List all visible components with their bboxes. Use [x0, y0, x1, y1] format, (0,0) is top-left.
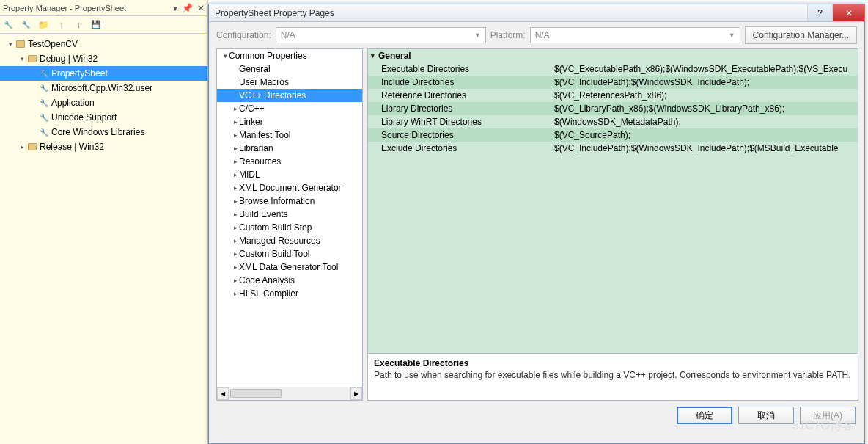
- tree-item-label: General: [239, 64, 271, 74]
- grid-section-header[interactable]: ▾ General: [368, 49, 858, 62]
- dialog-titlebar[interactable]: PropertySheet Property Pages ? ✕: [209, 4, 864, 22]
- category-tree-item[interactable]: ▸Librarian: [217, 142, 362, 155]
- category-tree-item[interactable]: ▸Custom Build Step: [217, 221, 362, 234]
- apply-button[interactable]: 应用(A): [800, 407, 856, 424]
- tree-item-label: TestOpenCV: [28, 39, 78, 49]
- scroll-right-icon[interactable]: ▶: [350, 387, 362, 400]
- category-tree-item[interactable]: User Macros: [217, 76, 362, 89]
- dialog-buttons: 确定 取消 应用(A): [209, 401, 864, 430]
- pm-title: Property Manager - PropertySheet: [3, 4, 173, 12]
- category-tree-item[interactable]: VC++ Directories: [217, 89, 362, 102]
- configuration-manager-button[interactable]: Configuration Manager...: [745, 26, 857, 44]
- expand-arrow-icon[interactable]: ▸: [18, 143, 26, 150]
- category-tree-item[interactable]: General: [217, 62, 362, 76]
- save-icon[interactable]: [91, 20, 101, 30]
- property-row[interactable]: Library Directories$(VC_LibraryPath_x86)…: [368, 102, 858, 115]
- wrench-icon: [38, 70, 50, 78]
- category-tree-item[interactable]: ▸Browse Information: [217, 194, 362, 208]
- pm-tree-item[interactable]: ▾Debug | Win32: [0, 51, 207, 66]
- tree-item-label: Release | Win32: [40, 142, 104, 152]
- ok-button[interactable]: 确定: [677, 407, 732, 424]
- pm-tree-item[interactable]: Application: [0, 95, 207, 110]
- expand-arrow-icon[interactable]: ▸: [232, 211, 239, 218]
- dropdown-icon[interactable]: ▾: [173, 3, 177, 13]
- category-tree-item[interactable]: ▸Linker: [217, 115, 362, 128]
- tree-item-label: User Macros: [239, 77, 289, 87]
- property-value[interactable]: $(VC_LibraryPath_x86);$(WindowsSDK_Libra…: [551, 102, 858, 115]
- pm-tree-item[interactable]: ▾TestOpenCV: [0, 37, 207, 51]
- description-text: Path to use when searching for executabl…: [374, 370, 852, 382]
- expand-arrow-icon[interactable]: ▾: [18, 55, 26, 62]
- expand-arrow-icon[interactable]: ▾: [221, 52, 229, 59]
- property-value[interactable]: $(WindowsSDK_MetadataPath);: [551, 115, 858, 128]
- property-row[interactable]: Source Directories$(VC_SourcePath);: [368, 128, 858, 142]
- expand-arrow-icon[interactable]: ▸: [232, 250, 239, 258]
- config-row: Configuration: N/A ▼ Platform: N/A ▼ Con…: [209, 22, 864, 48]
- expand-arrow-icon[interactable]: ▸: [232, 263, 239, 271]
- expand-arrow-icon[interactable]: ▸: [232, 158, 239, 165]
- property-name: Executable Directories: [368, 62, 551, 76]
- category-tree-item[interactable]: ▸C/C++: [217, 102, 362, 115]
- move-up-icon[interactable]: [56, 20, 66, 30]
- folder-icon: [26, 143, 38, 150]
- expand-arrow-icon[interactable]: ▸: [232, 237, 239, 244]
- wrench-icon[interactable]: [3, 20, 13, 30]
- expand-arrow-icon[interactable]: ▸: [232, 290, 239, 297]
- property-value[interactable]: $(VC_IncludePath);$(WindowsSDK_IncludePa…: [551, 76, 858, 89]
- category-tree-item[interactable]: ▸Manifest Tool: [217, 128, 362, 142]
- folder-icon: [15, 40, 26, 48]
- category-tree-item[interactable]: ▸Custom Build Tool: [217, 247, 362, 261]
- category-tree-item[interactable]: ▸XML Data Generator Tool: [217, 261, 362, 274]
- expand-arrow-icon[interactable]: ▸: [232, 145, 239, 152]
- platform-combo[interactable]: N/A ▼: [530, 27, 740, 43]
- pm-tree-item[interactable]: Core Windows Libraries: [0, 125, 207, 139]
- configuration-combo[interactable]: N/A ▼: [276, 27, 486, 43]
- property-row[interactable]: Reference Directories$(VC_ReferencesPath…: [368, 89, 858, 102]
- pm-tree-item[interactable]: Microsoft.Cpp.Win32.user: [0, 81, 207, 95]
- expand-arrow-icon[interactable]: ▸: [232, 131, 239, 139]
- category-tree-item[interactable]: ▸Build Events: [217, 208, 362, 221]
- category-tree-item[interactable]: ▸XML Document Generator: [217, 181, 362, 194]
- category-tree-item[interactable]: ▸Code Analysis: [217, 274, 362, 287]
- expand-arrow-icon[interactable]: ▸: [232, 105, 239, 112]
- property-value[interactable]: $(VC_ReferencesPath_x86);: [551, 89, 858, 102]
- pm-tree-item[interactable]: PropertySheet: [0, 66, 207, 81]
- pin-icon[interactable]: 📌: [182, 3, 193, 13]
- move-down-icon[interactable]: [73, 20, 84, 30]
- description-title: Executable Directories: [374, 358, 852, 368]
- category-tree-item[interactable]: ▸HLSL Compiler: [217, 287, 362, 300]
- property-name: Source Directories: [368, 128, 551, 142]
- wrench-add-icon[interactable]: [21, 20, 31, 30]
- help-button[interactable]: ?: [807, 4, 832, 21]
- tree-scrollbar[interactable]: ◀ ▶: [216, 387, 363, 401]
- expand-arrow-icon[interactable]: ▸: [232, 184, 239, 192]
- property-value[interactable]: $(VC_IncludePath);$(WindowsSDK_IncludePa…: [551, 142, 858, 155]
- scroll-left-icon[interactable]: ◀: [217, 387, 229, 400]
- category-tree-item[interactable]: ▾Common Properties: [217, 49, 362, 62]
- category-tree-item[interactable]: ▸Resources: [217, 155, 362, 168]
- property-row[interactable]: Exclude Directories$(VC_IncludePath);$(W…: [368, 142, 858, 155]
- tree-item-label: HLSL Compiler: [239, 288, 298, 299]
- expand-arrow-icon[interactable]: ▸: [232, 171, 239, 178]
- pm-toolbar: 📁: [0, 16, 207, 34]
- expand-arrow-icon[interactable]: ▸: [232, 197, 239, 205]
- expand-arrow-icon[interactable]: ▸: [232, 277, 239, 284]
- property-row[interactable]: Executable Directories$(VC_ExecutablePat…: [368, 62, 858, 76]
- pm-tree-item[interactable]: ▸Release | Win32: [0, 139, 207, 154]
- expand-arrow-icon[interactable]: ▸: [232, 224, 239, 231]
- add-folder-icon[interactable]: 📁: [38, 20, 48, 30]
- pm-tree-item[interactable]: Unicode Support: [0, 110, 207, 125]
- expand-arrow-icon[interactable]: ▾: [6, 40, 15, 48]
- scroll-thumb[interactable]: [230, 389, 282, 398]
- property-row[interactable]: Library WinRT Directories$(WindowsSDK_Me…: [368, 115, 858, 128]
- category-tree-item[interactable]: ▸MIDL: [217, 168, 362, 181]
- close-button[interactable]: ✕: [832, 4, 864, 21]
- expand-arrow-icon[interactable]: ▸: [232, 118, 239, 125]
- cancel-button[interactable]: 取消: [738, 407, 794, 424]
- property-value[interactable]: $(VC_ExecutablePath_x86);$(WindowsSDK_Ex…: [551, 62, 858, 76]
- property-value[interactable]: $(VC_SourcePath);: [551, 128, 858, 142]
- close-icon[interactable]: ✕: [197, 3, 205, 13]
- property-row[interactable]: Include Directories$(VC_IncludePath);$(W…: [368, 76, 858, 89]
- category-tree-item[interactable]: ▸Managed Resources: [217, 234, 362, 247]
- collapse-icon: ▾: [371, 52, 378, 59]
